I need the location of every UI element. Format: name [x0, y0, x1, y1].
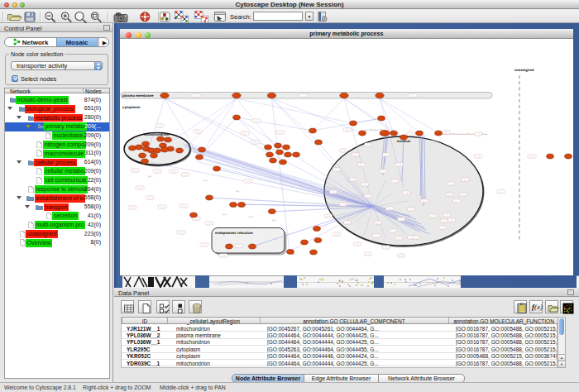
- svg-text:[...]: [...]: [441, 227, 443, 229]
- svg-text:[...]: [...]: [255, 120, 257, 122]
- svg-text:[...]: [...]: [354, 154, 356, 156]
- svg-text:[...]: [...]: [131, 207, 133, 209]
- svg-text:[...]: [...]: [450, 219, 452, 222]
- svg-text:mitochondrion: mitochondrion: [144, 132, 170, 136]
- svg-text:[...]: [...]: [360, 164, 362, 166]
- svg-text:[...]: [...]: [414, 237, 417, 239]
- svg-text:[...]: [...]: [184, 174, 186, 176]
- svg-text:[...]: [...]: [352, 179, 354, 181]
- svg-text:[...]: [...]: [194, 218, 197, 220]
- svg-text:[...]: [...]: [385, 154, 387, 156]
- svg-text:[...]: [...]: [302, 95, 304, 98]
- svg-text:[...]: [...]: [332, 191, 334, 194]
- svg-text:[...]: [...]: [253, 141, 256, 144]
- svg-text:[...]: [...]: [445, 214, 447, 217]
- svg-text:[...]: [...]: [404, 192, 407, 194]
- svg-text:[an..]: [an..]: [223, 213, 227, 216]
- svg-text:[...]: [...]: [148, 197, 151, 199]
- svg-text:[...]: [...]: [342, 150, 344, 152]
- svg-text:[...]: [...]: [279, 131, 281, 134]
- svg-text:[...]: [...]: [448, 194, 451, 196]
- svg-text:[...]: [...]: [208, 222, 210, 225]
- svg-text:cytoplasm: cytoplasm: [122, 105, 140, 109]
- svg-text:[an..]: [an..]: [249, 216, 253, 218]
- svg-text:[...]: [...]: [449, 183, 452, 185]
- svg-text:[...]: [...]: [335, 233, 337, 236]
- svg-text:ann..GO annot..GO: ann..GO annot..GO: [365, 129, 383, 131]
- svg-text:[...]: [...]: [476, 133, 479, 136]
- svg-text:[...]: [...]: [222, 255, 224, 257]
- svg-text:[...]: [...]: [530, 155, 533, 158]
- svg-text:[...]: [...]: [409, 208, 412, 211]
- svg-text:[...]: [...]: [400, 218, 402, 221]
- svg-text:[an..]: [an..]: [236, 190, 240, 193]
- svg-text:[...]: [...]: [196, 131, 199, 133]
- svg-text:unassigned: unassigned: [514, 68, 534, 72]
- svg-text:[...]: [...]: [335, 169, 337, 171]
- svg-text:[...]: [...]: [237, 246, 240, 248]
- svg-text:[...]: [...]: [462, 194, 464, 196]
- svg-text:[...]: [...]: [342, 203, 344, 206]
- svg-text:[...]: [...]: [346, 222, 348, 224]
- svg-text:[...]: [...]: [182, 205, 184, 208]
- svg-text:[...]: [...]: [172, 170, 175, 173]
- svg-text:[...]: [...]: [375, 235, 377, 237]
- svg-text:[...]: [...]: [388, 208, 390, 210]
- svg-text:[...]: [...]: [156, 170, 158, 173]
- svg-text:[...]: [...]: [366, 195, 369, 198]
- svg-text:[...]: [...]: [464, 179, 467, 181]
- svg-text:[...]: [...]: [431, 215, 433, 218]
- svg-text:[...]: [...]: [393, 180, 395, 183]
- svg-text:[...]: [...]: [376, 222, 379, 224]
- svg-text:[...]: [...]: [423, 200, 425, 203]
- svg-text:[...]: [...]: [366, 253, 369, 256]
- svg-text:[...]: [...]: [411, 95, 414, 98]
- svg-text:[...]: [...]: [455, 200, 457, 203]
- svg-text:[an..]: [an..]: [203, 179, 208, 182]
- svg-text:[...]: [...]: [443, 220, 445, 222]
- svg-text:[...]: [...]: [356, 243, 358, 246]
- svg-text:[...]: [...]: [445, 131, 447, 134]
- svg-text:[...]: [...]: [160, 206, 163, 208]
- svg-text:[...]: [...]: [194, 95, 197, 98]
- svg-text:[...]: [...]: [138, 187, 141, 189]
- svg-text:[...]: [...]: [366, 144, 369, 146]
- svg-text:[...]: [...]: [246, 180, 249, 183]
- svg-text:[...]: [...]: [476, 155, 479, 158]
- svg-text:[...]: [...]: [158, 125, 160, 127]
- svg-text:[...]: [...]: [203, 244, 205, 246]
- svg-text:[...]: [...]: [346, 129, 348, 131]
- svg-text:[...]: [...]: [133, 170, 136, 172]
- svg-text:[...]: [...]: [363, 184, 366, 186]
- svg-text:[...]: [...]: [391, 230, 394, 232]
- svg-text:[...]: [...]: [381, 170, 384, 173]
- svg-text:[an..]: [an..]: [272, 219, 276, 222]
- svg-text:[...]: [...]: [398, 164, 400, 166]
- svg-text:[an..]: [an..]: [148, 175, 152, 178]
- svg-text:[...]: [...]: [327, 215, 329, 218]
- svg-text:[...]: [...]: [385, 246, 387, 249]
- svg-text:[...]: [...]: [409, 133, 412, 136]
- svg-text:[...]: [...]: [400, 255, 402, 257]
- svg-text:[...]: [...]: [179, 232, 182, 234]
- svg-text:plasma membrane: plasma membrane: [122, 93, 154, 98]
- svg-text:[...]: [...]: [397, 237, 400, 240]
- svg-text:endoplasmic reticulum: endoplasmic reticulum: [215, 231, 253, 235]
- svg-text:[...]: [...]: [243, 132, 246, 135]
- svg-text:[...]: [...]: [500, 191, 502, 194]
